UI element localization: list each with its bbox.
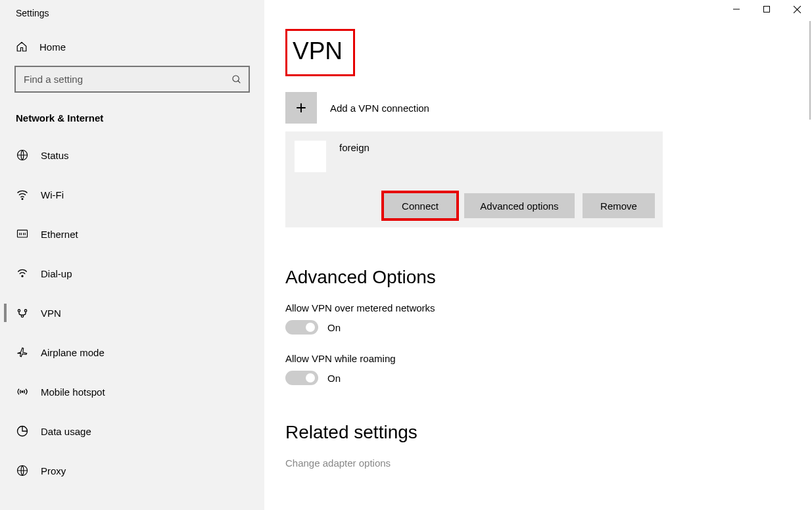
sidebar-item-vpn[interactable]: VPN (0, 293, 264, 333)
sidebar-item-dialup[interactable]: Dial-up (0, 254, 264, 293)
roaming-state: On (327, 373, 341, 384)
sidebar-item-wifi[interactable]: Wi-Fi (0, 175, 264, 214)
svg-point-8 (22, 391, 23, 392)
remove-button[interactable]: Remove (583, 193, 655, 218)
svg-point-4 (22, 275, 23, 277)
nav-label: Wi-Fi (41, 189, 64, 200)
change-adapter-options-link[interactable]: Change adapter options (285, 457, 792, 469)
page-title: VPN (285, 29, 355, 76)
close-button[interactable] (782, 0, 812, 18)
svg-point-0 (233, 76, 239, 81)
vpn-icon (16, 306, 29, 319)
svg-point-2 (22, 198, 23, 200)
advanced-options-button[interactable]: Advanced options (464, 193, 575, 218)
sidebar-item-airplane[interactable]: Airplane mode (0, 333, 264, 372)
connect-button[interactable]: Connect (384, 193, 456, 218)
main-pane: VPN + Add a VPN connection foreign Conne… (264, 0, 812, 510)
search-input[interactable]: Find a setting (14, 66, 250, 93)
data-usage-icon (16, 425, 29, 438)
sidebar-item-datausage[interactable]: Data usage (0, 411, 264, 451)
maximize-button[interactable] (752, 0, 782, 18)
svg-point-6 (24, 310, 26, 312)
dialup-icon (16, 267, 29, 280)
sidebar-item-proxy[interactable]: Proxy (0, 451, 264, 490)
sidebar: Settings Home Find a setting Network & I… (0, 0, 264, 510)
nav-label: Ethernet (41, 229, 78, 240)
plus-icon: + (285, 92, 317, 124)
home-icon (16, 41, 28, 53)
ethernet-icon (16, 227, 29, 241)
nav-label: VPN (41, 308, 61, 319)
sidebar-item-hotspot[interactable]: Mobile hotspot (0, 372, 264, 411)
svg-point-5 (18, 310, 20, 312)
metered-toggle[interactable] (285, 320, 318, 335)
app-name: Settings (0, 8, 264, 33)
nav-label: Mobile hotspot (41, 386, 105, 398)
window-controls (721, 0, 812, 18)
status-icon (16, 149, 29, 162)
metered-state: On (327, 322, 341, 333)
vpn-entry[interactable]: foreign Connect Advanced options Remove (285, 131, 663, 227)
nav-label: Dial-up (41, 268, 72, 279)
nav-home[interactable]: Home (0, 33, 264, 60)
add-vpn-button[interactable]: + Add a VPN connection (285, 92, 792, 124)
nav-label: Airplane mode (41, 347, 105, 358)
sidebar-item-status[interactable]: Status (0, 135, 264, 175)
sidebar-category: Network & Internet (0, 102, 264, 135)
nav-label: Data usage (41, 426, 91, 437)
nav-home-label: Home (39, 41, 66, 53)
vpn-name: foreign (339, 141, 370, 153)
search-icon (231, 74, 242, 85)
svg-rect-3 (18, 230, 28, 237)
vpn-connection-icon (295, 141, 326, 172)
svg-rect-11 (764, 7, 770, 12)
scrollbar[interactable] (809, 21, 811, 120)
proxy-icon (16, 464, 29, 477)
roaming-toggle[interactable] (285, 371, 318, 385)
roaming-label: Allow VPN while roaming (285, 353, 792, 364)
nav-label: Proxy (41, 465, 66, 476)
metered-label: Allow VPN over metered networks (285, 302, 792, 313)
settings-window: Settings Home Find a setting Network & I… (0, 0, 812, 510)
hotspot-icon (16, 385, 29, 398)
minimize-button[interactable] (721, 0, 752, 18)
sidebar-item-ethernet[interactable]: Ethernet (0, 214, 264, 254)
search-placeholder: Find a setting (24, 74, 83, 85)
airplane-icon (16, 346, 29, 359)
nav-label: Status (41, 150, 69, 161)
add-vpn-label: Add a VPN connection (330, 103, 429, 114)
related-settings-heading: Related settings (285, 422, 792, 443)
wifi-icon (16, 188, 29, 201)
advanced-options-heading: Advanced Options (285, 267, 792, 288)
